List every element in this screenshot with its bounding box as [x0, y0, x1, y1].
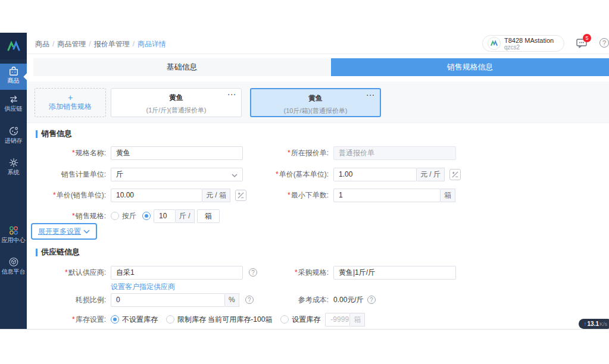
sidebar-item-label: 信息平台: [0, 268, 27, 276]
sale-price-unit-addon: 元 / 箱: [202, 189, 230, 202]
plus-minus-glyph: [237, 192, 245, 199]
ref-cost-row: 参考成本: 0.00元/斤 ?: [256, 293, 376, 307]
sale-price-input[interactable]: 10.00: [111, 189, 202, 202]
upload-arrow-icon: ↑: [584, 321, 587, 327]
radio-label[interactable]: 按斤: [122, 211, 136, 221]
radio-by-package[interactable]: [142, 212, 151, 220]
info-icon[interactable]: ?: [245, 296, 254, 304]
logo-icon: [6, 40, 21, 53]
stock-setting-row: *库存设置: 不设置库存 限制库存 当前可用库存-100箱 设置库存 -9999…: [27, 312, 365, 327]
radio-by-weight[interactable]: [111, 212, 119, 220]
radio-no-stock[interactable]: [111, 315, 119, 324]
spec-name-input[interactable]: 黄鱼: [111, 146, 243, 160]
loss-ratio-row: 耗损比例: 0 % ?: [27, 293, 254, 307]
sidebar-item-supply-chain[interactable]: 供应链: [0, 92, 27, 118]
apps-icon: [8, 225, 19, 236]
sidebar: 商品 供应链 进销存 系统: [0, 33, 27, 329]
breadcrumb-item[interactable]: 商品: [35, 40, 49, 48]
sale-unit-select[interactable]: 斤: [111, 168, 243, 181]
select-value: 斤: [116, 170, 123, 180]
field-label: 销售计量单位:: [27, 170, 106, 180]
set-customer-supplier-link[interactable]: 设置客户指定供应商: [111, 282, 175, 292]
top-header: 商品/商品管理/报价单管理/商品详情 T8428 MAstation qzcs2…: [27, 33, 609, 54]
app-logo: [0, 33, 27, 59]
gear-icon: [8, 158, 19, 168]
spec-qty-input[interactable]: 10: [154, 209, 176, 223]
field-label: 耗损比例:: [27, 295, 106, 305]
supplier-input[interactable]: 自采1: [111, 266, 243, 280]
sidebar-item-app-center[interactable]: 应用中心: [0, 223, 27, 249]
required-mark: *: [276, 170, 279, 178]
breadcrumb-item[interactable]: 报价单管理: [94, 40, 130, 48]
required-mark: *: [72, 212, 75, 220]
min-order-row: *最小下单数: 1 箱: [256, 188, 455, 202]
base-price-row: *单价(基本单位): 1.00 元 / 斤: [256, 167, 461, 181]
app-window: 商品 供应链 进销存 系统: [0, 33, 609, 330]
sidebar-item-label: 供应链: [0, 105, 27, 113]
card-menu-icon[interactable]: ...: [227, 87, 236, 97]
expand-label: 展开更多设置: [38, 227, 81, 237]
spec-name-row: *规格名称: 黄鱼: [27, 146, 243, 160]
calculator-icon[interactable]: [235, 190, 246, 201]
spec-qty-addon: 斤 /: [176, 209, 195, 223]
sidebar-item-label: 商品: [0, 77, 27, 85]
purchase-spec-row: *采购规格: 黄鱼|1斤/斤: [256, 265, 456, 280]
card-menu-icon[interactable]: ...: [366, 88, 375, 98]
breadcrumb-item[interactable]: 商品管理: [57, 40, 86, 48]
radio-label[interactable]: 不设置库存: [122, 315, 158, 325]
sales-section-title: 销售信息: [36, 128, 72, 139]
required-mark: *: [72, 149, 75, 157]
field-label: *销售规格:: [27, 211, 106, 221]
field-label: 参考成本:: [256, 295, 329, 305]
field-label: *默认供应商:: [27, 268, 106, 278]
user-name: T8428 MAstation: [504, 37, 554, 44]
quote-row: *所在报价单: 普通报价单: [256, 146, 456, 160]
sale-price-row: *单价(销售单位): 10.00 元 / 箱: [27, 188, 246, 202]
help-icon[interactable]: ?: [599, 38, 609, 48]
spec-card-strip: + 添加销售规格 黄鱼 (1斤/斤)(普通报价单) ... 黄鱼 (10斤/箱)…: [27, 81, 609, 123]
spec-card-title: 黄鱼: [251, 93, 380, 103]
radio-set-stock[interactable]: [280, 315, 289, 324]
chevron-down-icon: [83, 230, 90, 234]
spec-card-subtitle: (10斤/箱)(普通报价单): [251, 106, 380, 115]
required-mark: *: [72, 315, 75, 324]
network-speed-unit: K/s: [599, 321, 607, 327]
breadcrumb-separator: /: [52, 40, 54, 48]
sidebar-item-products[interactable]: 商品: [0, 64, 27, 90]
radio-label[interactable]: 限制库存 当前可用库存-100箱: [177, 315, 272, 325]
stock-unit-addon: 箱: [350, 313, 365, 327]
ref-cost-value: 0.00元/斤: [333, 295, 364, 305]
expand-more-settings-button[interactable]: 展开更多设置: [31, 223, 97, 240]
loss-ratio-input[interactable]: 0: [111, 293, 225, 307]
spec-card[interactable]: 黄鱼 (1斤/斤)(普通报价单) ...: [111, 88, 242, 117]
spec-unit-box[interactable]: 箱: [197, 209, 220, 223]
radio-label[interactable]: 设置库存: [292, 315, 320, 325]
min-order-input[interactable]: 1: [333, 189, 441, 202]
tab-basic-info[interactable]: 基础信息: [33, 58, 330, 76]
input-value: 1: [339, 191, 343, 199]
calculator-icon[interactable]: [449, 169, 461, 180]
sidebar-item-inventory[interactable]: 进销存: [0, 124, 27, 150]
sidebar-item-info-platform[interactable]: 信息平台: [0, 255, 27, 281]
add-spec-label: 添加销售规格: [35, 102, 105, 112]
required-mark: *: [53, 191, 56, 199]
required-mark: *: [288, 191, 291, 199]
plus-icon: +: [35, 93, 105, 102]
tab-sales-spec-info[interactable]: 销售规格信息: [331, 58, 609, 76]
avatar: [488, 37, 501, 50]
field-label: *最小下单数:: [256, 190, 329, 200]
field-label: *库存设置:: [27, 315, 106, 325]
breadcrumb-separator: /: [89, 40, 90, 48]
cube-icon: [8, 257, 19, 267]
input-value: 10: [159, 212, 167, 220]
radio-limit-stock[interactable]: [166, 315, 174, 324]
sidebar-item-system[interactable]: 系统: [0, 155, 27, 181]
input-value: 箱: [205, 211, 212, 221]
purchase-spec-input[interactable]: 黄鱼|1斤/斤: [333, 266, 456, 280]
sale-unit-row: 销售计量单位: 斤: [27, 167, 243, 181]
add-spec-card[interactable]: + 添加销售规格: [35, 88, 106, 117]
user-menu[interactable]: T8428 MAstation qzcs2: [482, 35, 564, 52]
info-icon[interactable]: ?: [367, 296, 376, 304]
base-price-input[interactable]: 1.00: [333, 168, 417, 181]
spec-card-selected[interactable]: 黄鱼 (10斤/箱)(普通报价单) ...: [250, 88, 381, 117]
